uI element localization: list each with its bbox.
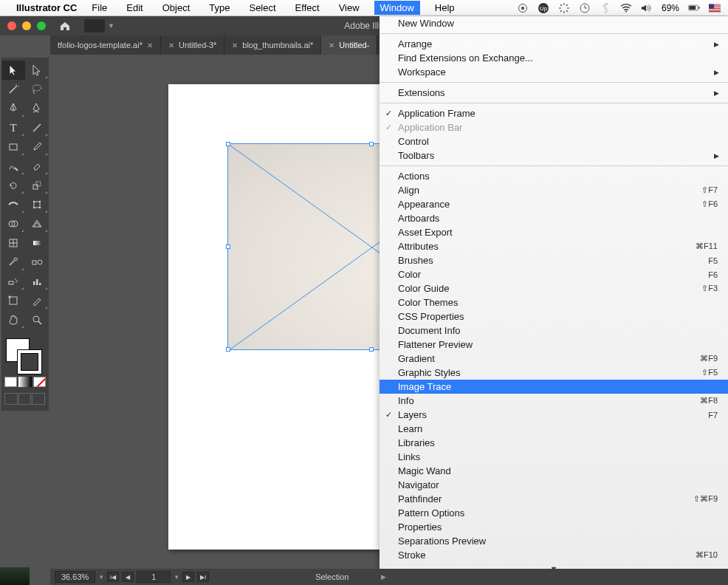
menu-type[interactable]: Type <box>205 1 234 15</box>
selection-tool[interactable] <box>1 61 25 80</box>
menu-item-links[interactable]: Links <box>380 450 728 464</box>
selection-handle[interactable] <box>226 347 230 352</box>
last-artboard-button[interactable]: ▶I <box>197 572 209 582</box>
fill-stroke-swatch[interactable] <box>1 334 49 408</box>
menu-item-pattern-options[interactable]: Pattern Options <box>380 506 728 520</box>
slice-tool[interactable] <box>25 291 49 310</box>
menu-item-new-window[interactable]: New Window <box>380 16 728 30</box>
menu-item-appearance[interactable]: Appearance⇧F6 <box>380 197 728 211</box>
menu-item-properties[interactable]: Properties <box>380 520 728 534</box>
menu-edit[interactable]: Edit <box>122 1 147 15</box>
selection-handle[interactable] <box>226 142 230 146</box>
type-tool[interactable]: T <box>1 118 25 137</box>
scale-tool[interactable] <box>25 176 49 195</box>
document-tab[interactable]: tfolio-logos-template.ai*✕ <box>50 35 161 55</box>
perspective-grid-tool[interactable] <box>25 214 49 233</box>
rectangle-tool[interactable] <box>1 137 25 157</box>
app-name[interactable]: Illustrator CC <box>16 2 77 13</box>
menu-item-color-themes[interactable]: Color Themes <box>380 295 728 309</box>
menu-item-brushes[interactable]: BrushesF5 <box>380 253 728 267</box>
menu-item-navigator[interactable]: Navigator <box>380 478 728 492</box>
menu-item-actions[interactable]: Actions <box>380 169 728 183</box>
menu-item-align[interactable]: Align⇧F7 <box>380 183 728 197</box>
menu-item-separations-preview[interactable]: Separations Preview <box>380 534 728 548</box>
arrange-documents-button[interactable] <box>84 19 105 32</box>
next-artboard-button[interactable]: ▶ <box>182 572 194 582</box>
menu-item-css-properties[interactable]: CSS Properties <box>380 309 728 324</box>
chevron-down-icon[interactable]: ▼ <box>98 574 104 581</box>
home-button[interactable] <box>59 21 71 31</box>
menu-select[interactable]: Select <box>244 1 280 15</box>
close-tab-icon[interactable]: ✕ <box>147 41 153 49</box>
selection-handle[interactable] <box>369 347 374 352</box>
menu-item-stroke[interactable]: Stroke⌘F10 <box>380 548 728 562</box>
menu-item-find-extensions-on-exchange[interactable]: Find Extensions on Exchange... <box>380 51 728 65</box>
none-mode[interactable] <box>33 377 46 387</box>
close-tab-icon[interactable]: ✕ <box>232 41 238 49</box>
draw-normal[interactable] <box>4 393 18 405</box>
clock-icon[interactable] <box>579 2 591 14</box>
zoom-level[interactable]: 36.63% <box>55 571 95 583</box>
battery-icon[interactable] <box>688 2 700 14</box>
mesh-tool[interactable] <box>1 233 25 253</box>
shape-builder-tool[interactable] <box>1 214 25 233</box>
shaper-tool[interactable] <box>1 157 25 176</box>
menu-item-attributes[interactable]: Attributes⌘F11 <box>380 239 728 253</box>
pen-tool[interactable] <box>1 99 25 118</box>
column-graph-tool[interactable] <box>25 272 49 291</box>
artboard-number[interactable]: 1 <box>137 571 171 583</box>
artboard-tool[interactable] <box>1 291 25 310</box>
menu-item-libraries[interactable]: Libraries <box>380 436 728 450</box>
menu-item-gradient[interactable]: Gradient⌘F9 <box>380 352 728 366</box>
magic-wand-tool[interactable] <box>1 80 25 99</box>
paintbrush-tool[interactable] <box>25 137 49 157</box>
menu-item-image-trace[interactable]: Image Trace <box>380 380 728 394</box>
selection-handle[interactable] <box>226 244 230 249</box>
chevron-down-icon[interactable]: ▼ <box>174 574 179 581</box>
menu-item-application-frame[interactable]: ✓Application Frame <box>380 106 728 120</box>
menu-item-layers[interactable]: ✓LayersF7 <box>380 408 728 422</box>
menu-help[interactable]: Help <box>430 1 459 15</box>
zoom-tool[interactable] <box>25 310 49 329</box>
menu-item-color-guide[interactable]: Color Guide⇧F3 <box>380 281 728 295</box>
blend-tool[interactable] <box>25 253 49 272</box>
document-tab[interactable]: ✕blog_thumbnails.ai* <box>224 35 321 55</box>
menu-item-asset-export[interactable]: Asset Export <box>380 225 728 239</box>
eraser-tool[interactable] <box>25 157 49 176</box>
color-mode[interactable] <box>4 377 17 387</box>
menu-item-flattener-preview[interactable]: Flattener Preview <box>380 338 728 352</box>
menu-item-workspace[interactable]: Workspace <box>380 65 728 79</box>
gradient-mode[interactable] <box>18 377 31 387</box>
direct-selection-tool[interactable] <box>25 61 49 80</box>
curvature-tool[interactable] <box>25 99 49 118</box>
spinner-icon[interactable] <box>558 2 570 14</box>
menu-item-pathfinder[interactable]: Pathfinder⇧⌘F9 <box>380 492 728 506</box>
volume-icon[interactable] <box>641 2 653 14</box>
selection-handle[interactable] <box>369 142 374 146</box>
width-tool[interactable] <box>1 195 25 214</box>
menu-item-arrange[interactable]: Arrange <box>380 37 728 51</box>
wifi-icon[interactable] <box>620 2 632 14</box>
first-artboard-button[interactable]: I◀ <box>107 572 119 582</box>
upwork-icon[interactable]: Up <box>538 2 549 14</box>
free-transform-tool[interactable] <box>25 195 49 214</box>
eyedropper-tool[interactable] <box>1 253 25 272</box>
gradient-tool[interactable] <box>25 233 49 253</box>
flag-icon[interactable] <box>709 2 721 14</box>
document-tab[interactable]: ✕Untitled-3* <box>161 35 224 55</box>
menu-view[interactable]: View <box>334 1 364 15</box>
menu-item-magic-wand[interactable]: Magic Wand <box>380 464 728 478</box>
chevron-right-icon[interactable]: ▶ <box>381 573 386 581</box>
prev-artboard-button[interactable]: ◀ <box>122 572 134 582</box>
menu-item-graphic-styles[interactable]: Graphic Styles⇧F5 <box>380 366 728 380</box>
draw-behind[interactable] <box>18 393 32 405</box>
document-tab[interactable]: ✕Untitled- <box>321 35 377 55</box>
menu-item-learn[interactable]: Learn <box>380 422 728 436</box>
menu-item-control[interactable]: Control <box>380 134 728 148</box>
menu-item-extensions[interactable]: Extensions <box>380 86 728 100</box>
menu-object[interactable]: Object <box>158 1 195 15</box>
close-tab-icon[interactable]: ✕ <box>168 41 174 49</box>
close-window-button[interactable] <box>7 21 16 30</box>
minimize-window-button[interactable] <box>22 21 31 30</box>
menu-item-toolbars[interactable]: Toolbars <box>380 148 728 162</box>
